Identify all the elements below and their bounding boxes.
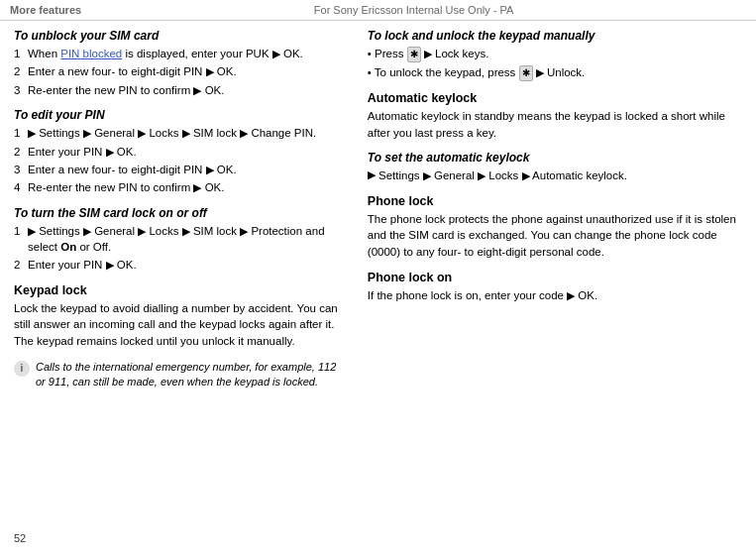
edit-pin-step-4: 4 Re-enter the new PIN to confirm ▶ OK.: [14, 179, 346, 195]
set-auto-keylock-title: To set the automatic keylock: [368, 151, 742, 165]
phone-lock-body: The phone lock protects the phone agains…: [368, 211, 742, 261]
star-key-icon: ✱: [519, 65, 533, 81]
step-num: 1: [14, 46, 28, 61]
sim-lock-toggle-steps: 1 ▶ Settings ▶ General ▶ Locks ▶ SIM loc…: [14, 223, 346, 274]
lock-unlock-keypad-title: To lock and unlock the keypad manually: [368, 29, 742, 43]
arrow-icon: ▶: [240, 127, 248, 139]
edit-pin-step-3: 3 Enter a new four- to eight-digit PIN ▶…: [14, 162, 346, 177]
note-icon-container: i: [14, 361, 36, 377]
pin-blocked-highlight: PIN blocked: [60, 48, 122, 59]
keypad-lock-heading: Keypad lock: [14, 283, 346, 297]
note-box: i Calls to the international emergency n…: [14, 360, 346, 390]
arrow-icon: ▶: [240, 225, 248, 237]
phone-lock-on-body: If the phone lock is on, enter your code…: [368, 287, 742, 304]
arrow-icon: ▶: [106, 259, 114, 271]
auto-keylock-nav: Settings ▶ General ▶ Locks ▶ Automatic k…: [378, 167, 627, 183]
unblock-step-3: 3 Re-enter the new PIN to confirm ▶ OK.: [14, 82, 346, 98]
step-num: 2: [14, 144, 28, 160]
header-bar: More features For Sony Ericsson Internal…: [0, 0, 756, 21]
set-auto-keylock-step: ▶ Settings ▶ General ▶ Locks ▶ Automatic…: [368, 167, 742, 183]
arrow-icon: ▶: [424, 48, 432, 59]
step-num: 2: [14, 257, 28, 273]
arrow-icon: ▶: [182, 225, 190, 237]
step-num: 1: [14, 223, 28, 255]
unblock-step-1: 1 When PIN blocked is displayed, enter y…: [14, 46, 346, 61]
step-text: Enter a new four- to eight-digit PIN ▶ O…: [28, 63, 346, 79]
unblock-steps: 1 When PIN blocked is displayed, enter y…: [14, 46, 346, 98]
step-text: Re-enter the new PIN to confirm ▶ OK.: [28, 179, 346, 195]
section-sim-lock-toggle: To turn the SIM card lock on or off 1 ▶ …: [14, 206, 346, 274]
phone-lock-on-heading: Phone lock on: [368, 271, 742, 284]
arrow-icon: ▶: [138, 225, 146, 237]
step-text: When PIN blocked is displayed, enter you…: [28, 46, 346, 61]
phone-lock-heading: Phone lock: [368, 194, 742, 208]
arrow-icon: ▶: [193, 84, 201, 96]
section-phone-lock: Phone lock The phone lock protects the p…: [368, 194, 742, 261]
arrow-icon: ▶: [106, 146, 114, 158]
arrow-icon: ▶: [522, 169, 530, 181]
arrow-icon: ▶: [478, 169, 486, 181]
arrow-icon: ▶: [567, 289, 575, 301]
section-automatic-keylock: Automatic keylock Automatic keylock in s…: [368, 91, 742, 141]
header-center-label: For Sony Ericsson Internal Use Only - PA: [81, 4, 746, 16]
main-content: To unblock your SIM card 1 When PIN bloc…: [0, 21, 756, 550]
arrow-icon: ▶: [182, 127, 190, 139]
arrow-icon: ▶: [28, 127, 36, 139]
on-text: On: [60, 241, 76, 253]
step-text: Enter your PIN ▶ OK.: [28, 257, 346, 273]
step-num: 1: [14, 125, 28, 141]
section-set-auto-keylock: To set the automatic keylock ▶ Settings …: [368, 151, 742, 183]
arrow-icon: ▶: [272, 48, 280, 59]
page-number: 52: [14, 532, 26, 544]
arrow-icon: ▶: [28, 225, 36, 237]
arrow-icon: ▶: [423, 169, 431, 181]
arrow-icon: ▶: [138, 127, 146, 139]
step-text: ▶ Settings ▶ General ▶ Locks ▶ SIM lock …: [28, 125, 346, 141]
arrow-icon: ▶: [83, 225, 91, 237]
left-column: To unblock your SIM card 1 When PIN bloc…: [14, 29, 364, 542]
lock-unlock-bullet-1: Press ✱ ▶ Lock keys.: [368, 46, 742, 62]
edit-pin-step-1: 1 ▶ Settings ▶ General ▶ Locks ▶ SIM loc…: [14, 125, 346, 141]
step-text: Enter your PIN ▶ OK.: [28, 144, 346, 160]
step-num: 2: [14, 63, 28, 79]
step-text: Enter a new four- to eight-digit PIN ▶ O…: [28, 162, 346, 177]
star-key-icon: ✱: [407, 47, 421, 62]
step-text: Re-enter the new PIN to confirm ▶ OK.: [28, 82, 346, 98]
edit-pin-step-2: 2 Enter your PIN ▶ OK.: [14, 144, 346, 160]
step-num: 3: [14, 82, 28, 98]
sim-lock-toggle-step-2: 2 Enter your PIN ▶ OK.: [14, 257, 346, 273]
arrow-icon: ▶: [206, 164, 214, 175]
step-text: ▶ Settings ▶ General ▶ Locks ▶ SIM lock …: [28, 223, 346, 255]
arrow-icon: ▶: [536, 66, 544, 78]
header-left-label: More features: [10, 4, 81, 16]
unblock-step-2: 2 Enter a new four- to eight-digit PIN ▶…: [14, 63, 346, 79]
section-lock-unlock-keypad: To lock and unlock the keypad manually P…: [368, 29, 742, 81]
arrow-icon: ▶: [206, 65, 214, 77]
right-column: To lock and unlock the keypad manually P…: [364, 29, 742, 542]
edit-pin-steps: 1 ▶ Settings ▶ General ▶ Locks ▶ SIM loc…: [14, 125, 346, 196]
section-unblock-sim: To unblock your SIM card 1 When PIN bloc…: [14, 29, 346, 98]
note-text: Calls to the international emergency num…: [36, 360, 346, 390]
step-num: 4: [14, 179, 28, 195]
lock-unlock-bullet-2: To unlock the keypad, press ✱ ▶ Unlock.: [368, 64, 742, 81]
section-unblock-title: To unblock your SIM card: [14, 29, 346, 43]
sim-lock-toggle-step-1: 1 ▶ Settings ▶ General ▶ Locks ▶ SIM loc…: [14, 223, 346, 255]
arrow-icon: ▶: [193, 181, 201, 193]
section-edit-pin: To edit your PIN 1 ▶ Settings ▶ General …: [14, 108, 346, 196]
keypad-lock-body: Lock the keypad to avoid dialling a numb…: [14, 300, 346, 350]
arrow-icon: ▶: [83, 127, 91, 139]
automatic-keylock-heading: Automatic keylock: [368, 91, 742, 105]
section-edit-pin-title: To edit your PIN: [14, 108, 346, 122]
section-sim-lock-toggle-title: To turn the SIM card lock on or off: [14, 206, 346, 220]
arrow-icon: ▶: [368, 167, 376, 183]
lock-unlock-bullets: Press ✱ ▶ Lock keys. To unlock the keypa…: [368, 46, 742, 81]
section-keypad-lock: Keypad lock Lock the keypad to avoid dia…: [14, 283, 346, 350]
automatic-keylock-body: Automatic keylock in standby means the k…: [368, 108, 742, 141]
step-num: 3: [14, 162, 28, 177]
info-icon: i: [14, 361, 30, 377]
section-phone-lock-on: Phone lock on If the phone lock is on, e…: [368, 271, 742, 304]
